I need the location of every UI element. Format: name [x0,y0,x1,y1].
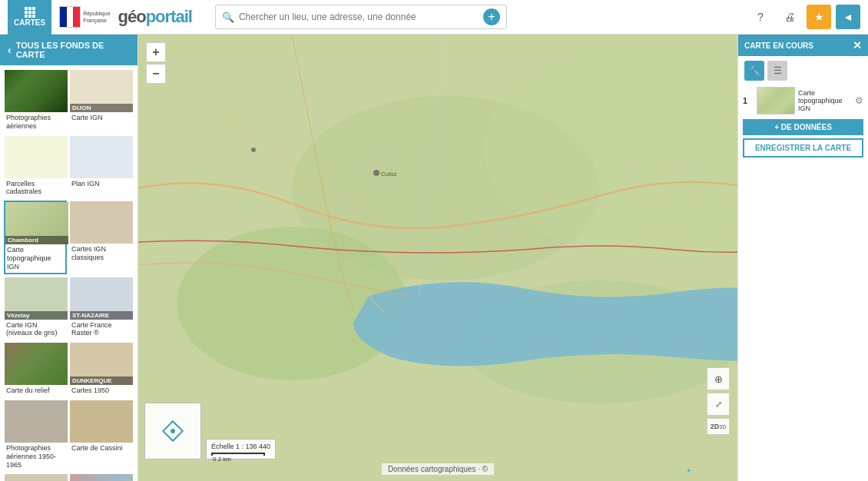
search-add-button[interactable]: + [483,8,500,25]
search-bar: 🔍 + [215,5,507,29]
layer-item: 1 Carte topographique IGN ⚙ [743,87,863,114]
right-panel-header: CARTE EN COURS ✕ [738,35,868,56]
right-panel-body: 🔧 ☰ 1 Carte topographique IGN ⚙ + DE DON… [738,56,868,481]
scale-info: Échelle 1 : 136 440 0 2 km [206,439,276,459]
map-thumb-geol [70,474,133,481]
cartes-button[interactable]: CARTES [8,0,51,35]
add-attribution-button[interactable]: + [687,466,691,475]
svg-point-7 [251,148,256,152]
map-item-topo[interactable]: ChambordCarte topographique IGN [4,201,67,274]
map-item-name-classiques: Cartes IGN classiques [70,244,131,264]
map-item-name-parcelles: Parcelles cadastrales [5,178,66,198]
map-thumb-label-france-raster: ST-NAZAIRE [70,311,133,320]
header-right: ? 🖨 ★ ◄ [748,5,860,29]
map-thumb-relief [5,343,68,385]
search-input[interactable] [239,12,479,22]
zoom-in-button[interactable]: + [146,42,166,62]
wrench-tool-button[interactable]: 🔧 [744,61,764,81]
map-thumb-label-topo: Chambord [5,236,68,244]
map-thumb-label-carte-ign: DIJON [70,104,133,112]
favorites-button[interactable]: ★ [807,5,831,29]
close-button[interactable]: ✕ [853,39,862,51]
map-thumb-france-raster: ST-NAZAIRE [70,277,133,320]
map-item-name-vezelay: Carte IGN (niveaux de gris) [5,320,66,340]
map-item-cassini[interactable]: Carte de Cassini [69,400,132,471]
map-item-classiques[interactable]: Cartes IGN classiques [69,201,132,274]
scale-text: Échelle 1 : 136 440 [211,443,270,450]
tools-row: 🔧 ☰ [743,61,863,81]
print-button[interactable]: 🖨 [777,5,802,29]
map-thumb-classiques [70,201,133,244]
map-item-name-aerial-old: Photographies aériennes 1950-1965 [5,443,66,470]
map-thumb-label-1950: DUNKERQUE [70,377,133,385]
save-carte-button[interactable]: ENREGISTRER LA CARTE [743,138,863,158]
map-thumb-aerial [5,70,68,112]
map-item-plan-ign[interactable]: Plan IGN [69,135,132,199]
minimap [144,403,201,459]
view-3d-button[interactable]: 2D3D [707,418,730,435]
map-thumb-plan-ign [70,136,133,178]
map-item-vezelay[interactable]: VézelayCarte IGN (niveaux de gris) [4,277,67,340]
layer-number: 1 [743,96,754,105]
svg-point-5 [373,170,379,176]
map-item-name-france-raster: Carte France Raster ® [70,320,131,340]
map-background: Culoz + − Échelle 1 : 136 440 0 2 km [138,35,737,481]
geoportail-logo: géoportail [118,7,192,27]
fullscreen-button[interactable]: ⤢ [707,393,730,416]
main-layout: ‹ TOUS LES FONDS DE CARTE Photographies … [0,35,868,481]
map-item-geol[interactable]: Cartes géologiques [69,473,132,481]
map-item-name-carte-ign: Carte IGN [70,112,131,124]
map-item-name-relief: Carte du relief [5,385,66,396]
locate-button[interactable]: ⊕ [707,367,730,390]
map-thumb-parcelles [5,136,68,178]
map-item-aerial-old[interactable]: Photographies aériennes 1950-1965 [4,400,67,471]
layers-tool-button[interactable]: ☰ [767,61,787,81]
add-data-button[interactable]: + DE DONNÉES [743,119,863,135]
svg-rect-0 [138,35,737,481]
map-item-name-1950: Cartes 1950 [70,385,131,396]
map-item-aerial[interactable]: Photographies aériennes [4,69,67,133]
back-arrow-icon: ‹ [8,44,12,56]
map-grid: Photographies aériennesDIJONCarte IGNPar… [0,65,137,481]
gov-logo: République Française [59,6,110,28]
map-item-etat-major[interactable]: Carte de l'état-major (1820-1866) [4,473,67,481]
map-area[interactable]: Culoz + − Échelle 1 : 136 440 0 2 km [138,35,737,481]
header: CARTES République Française géoportail 🔍… [0,0,868,35]
cartes-label: CARTES [14,18,45,27]
help-button[interactable]: ? [748,5,773,29]
zoom-out-button[interactable]: − [146,64,166,84]
map-item-name-aerial: Photographies aériennes [5,112,66,132]
map-svg-overlay: Culoz [138,35,737,481]
map-item-name-topo: Carte topographique IGN [5,244,65,272]
map-thumb-carte-ign: DIJON [70,70,133,112]
map-item-name-cassini: Carte de Cassini [70,443,131,454]
share-button[interactable]: ◄ [836,5,860,29]
left-panel: ‹ TOUS LES FONDS DE CARTE Photographies … [0,35,138,481]
panel-header[interactable]: ‹ TOUS LES FONDS DE CARTE [0,35,137,65]
svg-text:Culoz: Culoz [381,171,396,177]
map-item-relief[interactable]: Carte du relief [4,342,67,397]
scale-bar-label: 0 2 km [213,456,263,463]
map-thumb-label-vezelay: Vézelay [5,311,68,320]
french-flag [59,6,81,28]
map-thumb-aerial-old [5,400,68,443]
right-panel: CARTE EN COURS ✕ 🔧 ☰ 1 Carte topographiq… [737,35,868,481]
layer-name: Carte topographique IGN [798,89,852,112]
compass-icon [162,420,184,442]
svg-point-3 [177,227,407,380]
map-thumb-vezelay: Vézelay [5,277,68,320]
grid-icon [25,7,35,18]
layer-settings-button[interactable]: ⚙ [855,95,863,106]
zoom-controls: + − [146,42,166,84]
map-item-parcelles[interactable]: Parcelles cadastrales [4,135,67,199]
map-item-carte-ign[interactable]: DIJONCarte IGN [69,69,132,133]
map-item-1950[interactable]: DUNKERQUECartes 1950 [69,342,132,397]
layer-thumbnail [757,87,795,114]
map-attribution: Données cartographiques · © [382,463,494,475]
map-thumb-cassini [70,400,133,443]
map-thumb-1950: DUNKERQUE [70,343,133,385]
map-item-france-raster[interactable]: ST-NAZAIRECarte France Raster ® [69,277,132,340]
search-icon: 🔍 [222,12,234,23]
map-tools: ⊕ ⤢ 2D3D [707,367,730,435]
gov-text: République Française [83,10,110,24]
